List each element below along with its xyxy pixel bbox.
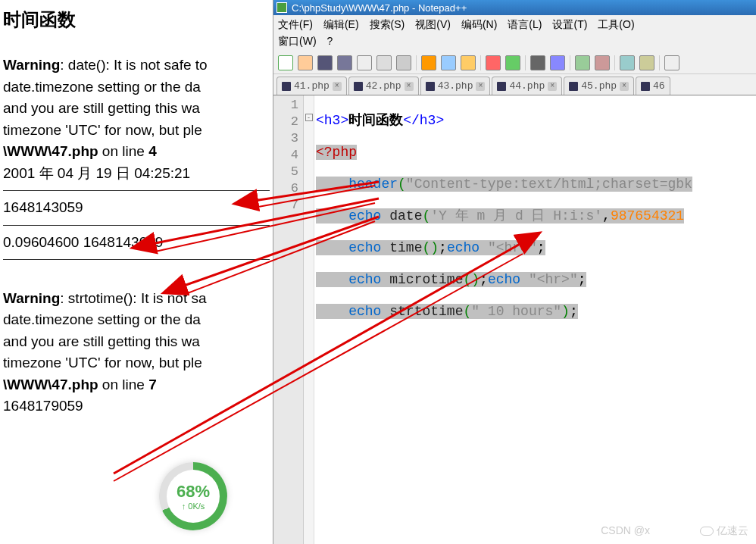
tab-close-icon[interactable]: ×	[620, 82, 629, 91]
paren: (	[463, 304, 471, 319]
menu-window[interactable]: 窗口(W)	[278, 35, 317, 48]
tab-43[interactable]: 43.php×	[420, 77, 491, 95]
zoom-in-icon[interactable]	[575, 55, 590, 70]
code-line-7[interactable]: echo strtotime(" 10 hours");	[316, 303, 754, 320]
gauge-ring: 68% ↑ 0K/s	[159, 462, 227, 530]
disk-icon	[426, 82, 435, 91]
sync-v-icon[interactable]	[620, 55, 635, 70]
tab-close-icon[interactable]: ×	[333, 82, 342, 91]
menu-settings[interactable]: 设置(T)	[552, 18, 587, 32]
strtotime-output: 1648179059	[3, 395, 270, 417]
warning-text: date.timezone setting or the da	[3, 79, 201, 95]
semicolon: ;	[578, 272, 586, 287]
line-number: 4	[278, 147, 298, 164]
menu-edit[interactable]: 编辑(E)	[323, 18, 359, 32]
keyword: echo	[348, 272, 389, 287]
tab-42[interactable]: 42.php×	[348, 77, 419, 95]
menu-row-2: 窗口(W) ?	[278, 33, 751, 50]
code-line-1[interactable]: <h3>时间函数</h3>	[316, 112, 754, 129]
menu-tools[interactable]: 工具(O)	[598, 18, 634, 32]
warning-path: \WWW\47.php	[3, 377, 98, 392]
watermark-yisu: 亿速云	[700, 524, 748, 538]
tab-46[interactable]: 46	[636, 77, 670, 95]
sync-h-icon[interactable]	[639, 55, 654, 70]
cut-icon[interactable]	[421, 55, 436, 70]
close-icon[interactable]	[357, 55, 372, 70]
page-heading: 时间函数	[3, 6, 270, 33]
warning-label: Warning	[3, 290, 60, 306]
code-line-2[interactable]: <?php	[316, 144, 754, 161]
line-number: 7	[278, 197, 298, 214]
tab-close-icon[interactable]: ×	[476, 82, 485, 91]
func-name: time	[389, 240, 422, 255]
html-tag: <h3>	[316, 113, 348, 128]
func-name: strtotime	[389, 304, 463, 319]
menu-help[interactable]: ?	[327, 35, 333, 48]
disk-icon	[497, 82, 506, 91]
close-all-icon[interactable]	[376, 55, 392, 70]
watermark-text: 亿速云	[717, 524, 748, 538]
tab-label: 44.php	[509, 80, 545, 92]
menu-search[interactable]: 搜索(S)	[370, 18, 405, 32]
open-file-icon[interactable]	[298, 55, 313, 70]
hr-divider	[3, 259, 270, 260]
string-literal: "<hr>"	[488, 240, 537, 255]
tab-close-icon[interactable]: ×	[405, 82, 414, 91]
editor-area[interactable]: 1 2 3 4 5 6 7 - <h3>时间函数</h3> <?php head…	[273, 95, 756, 544]
fold-toggle-icon[interactable]: -	[305, 114, 313, 121]
semicolon: ;	[480, 272, 488, 287]
html-tag: </h3>	[403, 113, 444, 128]
paste-icon[interactable]	[461, 55, 476, 70]
menu-view[interactable]: 视图(V)	[415, 18, 451, 32]
window-titlebar[interactable]: C:\phpStudy\WWW\47.php - Notepad++	[273, 0, 756, 15]
tab-45[interactable]: 45.php×	[564, 77, 634, 95]
new-file-icon[interactable]	[278, 55, 293, 70]
disk-icon	[354, 82, 363, 91]
redo-icon[interactable]	[505, 55, 520, 70]
code-line-4[interactable]: echo date('Y 年 m 月 d 日 H:i:s',987654321	[316, 208, 754, 224]
paren: (	[398, 177, 406, 192]
warning-path: \WWW\47.php	[3, 143, 98, 159]
code-text-area[interactable]: <h3>时间函数</h3> <?php header("Content-type…	[314, 95, 756, 544]
save-icon[interactable]	[317, 55, 333, 70]
menu-file[interactable]: 文件(F)	[278, 18, 313, 32]
php-open-tag: <?php	[316, 145, 357, 160]
speed-gauge-widget: 68% ↑ 0K/s	[159, 462, 242, 538]
tab-41[interactable]: 41.php×	[276, 77, 347, 95]
warning-online: on line	[98, 377, 149, 392]
warning-text: and you are still getting this wa	[3, 333, 200, 349]
undo-icon[interactable]	[486, 55, 501, 70]
time-output: 1648143059	[3, 197, 270, 219]
print-icon[interactable]	[396, 55, 411, 70]
replace-icon[interactable]	[550, 55, 565, 70]
code-line-3[interactable]: header("Content-type:text/html;charset=g…	[316, 176, 754, 192]
menu-encoding[interactable]: 编码(N)	[461, 18, 497, 32]
tab-44[interactable]: 44.php×	[492, 77, 562, 95]
paren: ()	[463, 272, 480, 287]
warning-text: : date(): It is not safe to	[60, 57, 207, 73]
wordwrap-icon[interactable]	[664, 55, 679, 70]
copy-icon[interactable]	[441, 55, 456, 70]
warning-line: 4	[148, 143, 157, 159]
keyword: echo	[447, 240, 488, 255]
find-icon[interactable]	[530, 55, 545, 70]
menu-language[interactable]: 语言(L)	[508, 18, 542, 32]
warning-block-2: Warning: strtotime(): It is not sa date.…	[3, 288, 270, 396]
paren: (	[422, 208, 430, 224]
zoom-out-icon[interactable]	[595, 55, 610, 70]
date-output: 2001 年 04 月 19 日 04:25:21	[3, 163, 270, 185]
menubar: 文件(F) 编辑(E) 搜索(S) 视图(V) 编码(N) 语言(L) 设置(T…	[273, 15, 756, 52]
code-line-6[interactable]: echo microtime();echo "<hr>";	[316, 271, 754, 288]
line-number: 5	[278, 164, 298, 180]
toolbar	[273, 52, 756, 74]
keyword: echo	[348, 304, 389, 319]
save-all-icon[interactable]	[337, 55, 352, 70]
gauge-inner: 68% ↑ 0K/s	[167, 470, 220, 523]
func-name: header	[348, 177, 398, 192]
tab-close-icon[interactable]: ×	[548, 82, 557, 91]
browser-content: 时间函数 Warning: date(): It is not safe to …	[0, 6, 273, 417]
semicolon: ;	[570, 304, 578, 319]
code-line-5[interactable]: echo time();echo "<hr>";	[316, 239, 754, 256]
menu-row-1: 文件(F) 编辑(E) 搜索(S) 视图(V) 编码(N) 语言(L) 设置(T…	[278, 17, 751, 33]
line-number: 6	[278, 180, 298, 197]
